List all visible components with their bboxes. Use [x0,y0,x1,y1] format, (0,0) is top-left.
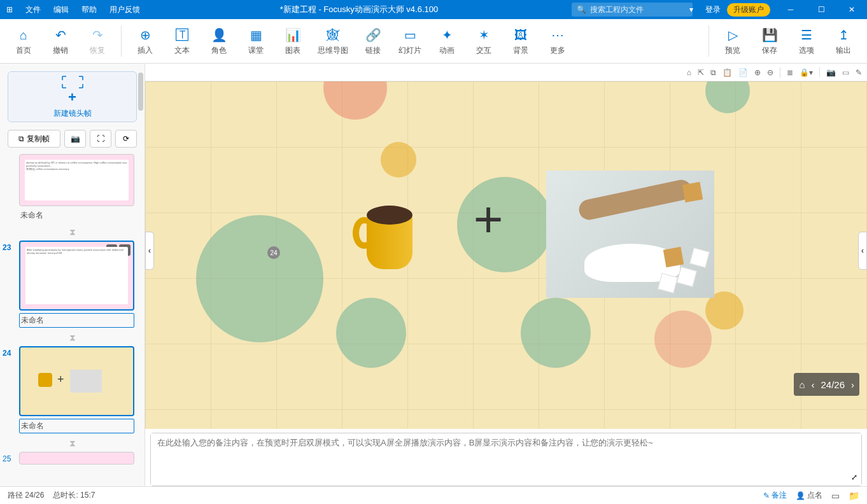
camera-icon: 📷 [71,134,80,143]
slide-button[interactable]: ▭幻灯片 [391,24,428,59]
slide-thumb-23[interactable]: ⚙🗑After stratifying participants by meno… [19,241,134,311]
menu-help[interactable]: 帮助 [75,0,103,19]
copy-frame-button[interactable]: ⧉复制帧 [8,130,60,148]
save-button[interactable]: 💾保存 [751,24,788,59]
menu-edit[interactable]: 编辑 [47,0,75,19]
bg-icon: 🖼 [514,26,527,44]
tb-copy-icon[interactable]: ⧉ [710,68,716,77]
interact-icon: ✶ [479,26,490,44]
plus-illustration[interactable]: + [466,197,511,242]
search-dropdown-icon[interactable]: ▾ [689,5,693,14]
role-button[interactable]: 👤角色 [201,24,237,59]
search-box[interactable]: 🔍 ▾ [572,3,693,17]
text-button[interactable]: 🅃文本 [164,24,201,59]
insert-button[interactable]: ⊕插入 [127,24,164,59]
plus-icon: + [68,89,76,106]
camera-button[interactable]: 📷 [64,130,86,148]
slide-number: 24 [3,349,11,358]
collapse-right-handle[interactable]: ‹ [858,232,867,270]
chart-button[interactable]: 📊图表 [274,24,311,59]
notes-input[interactable] [151,433,861,486]
frame-corners-icon [61,75,84,89]
qr-button[interactable]: ⛶ [90,130,111,148]
tb-home-icon[interactable]: ⌂ [687,68,691,77]
refresh-button[interactable]: ⟳ [115,130,137,148]
close-button[interactable]: ✕ [836,0,867,19]
slide-thumb-25[interactable] [19,452,134,465]
menu-file[interactable]: 文件 [19,0,47,19]
expand-icon[interactable]: ⤢ [851,473,857,482]
export-button[interactable]: ↥输出 [825,24,862,59]
role-icon: 👤 [211,26,227,44]
login-button[interactable]: 登录 [699,4,727,15]
status-path: 路径 24/26 [8,490,44,501]
tb-zoomin-icon[interactable]: ⊕ [754,68,761,77]
collapse-left-handle[interactable]: ‹ [145,232,154,270]
sidebar-scrollbar[interactable] [138,73,143,111]
home-button[interactable]: ⌂首页 [5,24,42,59]
chevron-left-icon: ‹ [148,246,151,255]
options-button[interactable]: ☰选项 [788,24,825,59]
menu-feedback[interactable]: 用户反馈 [103,0,146,19]
slide-number: 23 [3,243,11,252]
sugar-image[interactable] [546,171,714,298]
nav-position: 24/26 [821,379,845,390]
new-frame-button[interactable]: + 新建镜头帧 [8,71,137,122]
search-icon: 🔍 [577,5,586,14]
status-likes-button[interactable]: 👤点名 [796,490,822,501]
classroom-icon: ▦ [250,26,262,44]
search-input[interactable] [590,5,686,14]
slide-label[interactable]: 未命名 [19,313,134,328]
window-title: *新建工程 - Focusky动画演示大师 v4.6.100 [146,4,572,15]
tb-back-icon[interactable]: ⇱ [698,68,704,77]
tb-lock-icon[interactable]: 🔒▾ [800,68,813,77]
canvas-view[interactable]: + 24 ⌂ ‹ 24/26 › [145,81,867,429]
tb-clip-icon[interactable]: 📄 [738,68,748,77]
nav-prev-icon[interactable]: ‹ [811,379,814,390]
slide-label[interactable]: 未命名 [19,419,134,433]
status-notes-button[interactable]: ✎备注 [763,490,787,501]
refresh-icon: ⟳ [123,134,129,143]
minimize-button[interactable]: ─ [775,0,806,19]
upgrade-button[interactable]: 升级账户 [727,3,770,17]
interact-button[interactable]: ✶交互 [465,24,502,59]
transition-icon[interactable]: ⧗ [0,225,144,239]
more-icon: ⋯ [551,26,564,44]
redo-icon: ↷ [92,26,103,44]
mug-illustration[interactable] [355,206,416,269]
transition-icon[interactable]: ⧗ [0,330,144,345]
tb-zoomout-icon[interactable]: ⊖ [767,68,773,77]
status-folder-icon[interactable]: 📁 [849,491,859,501]
anim-icon: ✦ [442,26,453,44]
more-button[interactable]: ⋯更多 [539,24,576,59]
insert-icon: ⊕ [140,26,151,44]
undo-button[interactable]: ↶撤销 [42,24,79,59]
anim-button[interactable]: ✦动画 [428,24,465,59]
slide-thumb-22[interactable]: obesity as defined by WC in relation to … [19,154,134,206]
tb-edit-icon[interactable]: ✎ [856,68,862,77]
chevron-left-icon: ‹ [861,246,864,255]
redo-button[interactable]: ↷恢复 [79,24,116,59]
status-screen-icon[interactable]: ▭ [831,491,840,501]
tb-screen-icon[interactable]: ▭ [842,68,849,77]
nav-next-icon[interactable]: › [851,379,854,390]
mindmap-button[interactable]: 🕸思维导图 [311,24,355,59]
tb-camera-icon[interactable]: 📷 [826,68,836,77]
slide-thumb-24[interactable]: + [19,346,134,416]
notes-icon: ✎ [763,491,770,500]
link-button[interactable]: 🔗链接 [355,24,391,59]
app-logo: ⊞ [0,5,19,14]
nav-home-icon[interactable]: ⌂ [799,379,805,390]
maximize-button[interactable]: ☐ [806,0,836,19]
text-icon: 🅃 [176,26,188,44]
status-duration: 总时长: 15:7 [53,490,95,501]
transition-icon[interactable]: ⧗ [0,436,144,451]
nav-capsule: ⌂ ‹ 24/26 › [794,373,859,396]
classroom-button[interactable]: ▦课堂 [237,24,274,59]
bg-button[interactable]: 🖼背景 [502,24,539,59]
tb-paste-icon[interactable]: 📋 [722,68,732,77]
save-icon: 💾 [762,26,778,44]
preview-button[interactable]: ▷预览 [714,24,751,59]
options-icon: ☰ [801,26,812,44]
tb-align-icon[interactable]: ≣ [787,68,793,77]
